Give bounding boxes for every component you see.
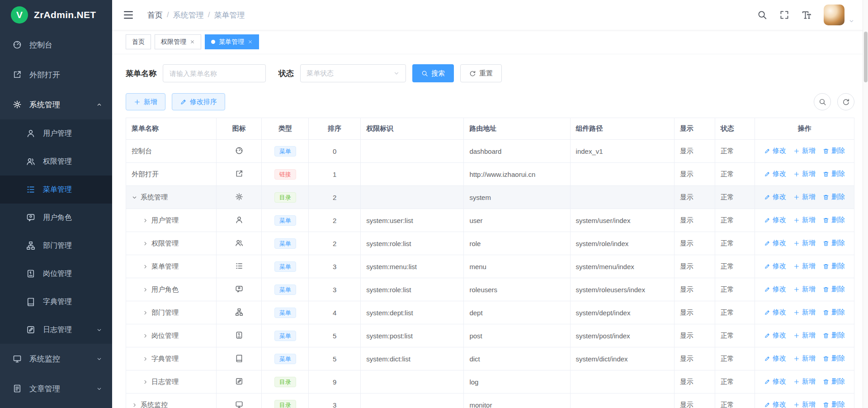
toggle-search-button[interactable] bbox=[814, 93, 831, 110]
add-button[interactable]: 新增 bbox=[793, 216, 816, 224]
add-button[interactable]: 新增 bbox=[793, 285, 816, 294]
sidebar-item-external-open[interactable]: 外部打开 bbox=[0, 60, 112, 90]
edit-button[interactable]: 修改 bbox=[764, 377, 786, 386]
edit-button[interactable]: 修改 bbox=[764, 193, 786, 201]
fullscreen-icon[interactable] bbox=[779, 10, 789, 20]
status-select[interactable]: 菜单状态 bbox=[300, 64, 406, 82]
cell-perm: system:dict:list bbox=[361, 347, 464, 370]
add-button[interactable]: 新增 bbox=[793, 354, 816, 363]
action-label: 新增 bbox=[802, 239, 816, 247]
sidebar-item-monitor[interactable]: 系统监控 bbox=[0, 344, 112, 374]
add-button[interactable]: 新增 bbox=[793, 331, 816, 340]
sidebar-item-article[interactable]: 文章管理 bbox=[0, 374, 112, 403]
add-button[interactable]: 新增 bbox=[793, 262, 816, 270]
menu-name-input[interactable] bbox=[163, 64, 266, 82]
delete-button[interactable]: 删除 bbox=[823, 331, 845, 340]
action-label: 新增 bbox=[802, 377, 816, 386]
add-button[interactable]: 新增 bbox=[793, 308, 816, 317]
chevron-right-icon[interactable] bbox=[142, 287, 148, 293]
delete-button[interactable]: 删除 bbox=[823, 147, 845, 155]
gear-icon bbox=[13, 100, 22, 109]
add-button[interactable]: 新增 bbox=[793, 193, 816, 201]
tab-home[interactable]: 首页 bbox=[126, 34, 151, 49]
sidebar-item-depts[interactable]: 部门管理 bbox=[0, 232, 112, 260]
add-button[interactable]: 新增 bbox=[793, 400, 816, 408]
delete-button[interactable]: 删除 bbox=[823, 216, 845, 224]
tab-roles[interactable]: 权限管理 bbox=[155, 34, 201, 49]
chevron-right-icon[interactable] bbox=[142, 218, 148, 223]
add-button[interactable]: 新增 bbox=[793, 147, 816, 155]
delete-button[interactable]: 删除 bbox=[823, 193, 845, 201]
cell-perm: system:role:list bbox=[361, 232, 464, 255]
post-icon bbox=[235, 331, 243, 339]
action-label: 修改 bbox=[773, 354, 786, 363]
edit-button[interactable]: 修改 bbox=[764, 354, 786, 363]
logo-icon: V bbox=[11, 6, 28, 24]
edit-sort-button[interactable]: 修改排序 bbox=[172, 93, 225, 110]
edit-button[interactable]: 修改 bbox=[764, 331, 786, 340]
search-icon[interactable] bbox=[757, 10, 767, 20]
menu-fold-icon[interactable] bbox=[123, 9, 134, 20]
sidebar-item-menus[interactable]: 菜单管理 bbox=[0, 176, 112, 204]
font-size-icon[interactable] bbox=[802, 10, 811, 20]
close-tab-icon[interactable] bbox=[190, 39, 195, 44]
delete-button[interactable]: 删除 bbox=[823, 377, 845, 386]
edit-button[interactable]: 修改 bbox=[764, 170, 786, 178]
chevron-right-icon[interactable] bbox=[142, 264, 148, 270]
edit-button[interactable]: 修改 bbox=[764, 285, 786, 294]
chevron-right-icon[interactable] bbox=[142, 310, 148, 316]
avatar[interactable] bbox=[824, 5, 844, 25]
cell-visible: 显示 bbox=[674, 278, 715, 301]
delete-button[interactable]: 删除 bbox=[823, 239, 845, 247]
sidebar-item-users[interactable]: 用户管理 bbox=[0, 119, 112, 147]
edit-icon bbox=[764, 171, 770, 177]
chevron-right-icon[interactable] bbox=[142, 379, 148, 385]
cell-order: 4 bbox=[309, 301, 361, 324]
add-button[interactable]: 新增 bbox=[793, 239, 816, 247]
breadcrumb-item[interactable]: 首页 bbox=[147, 10, 163, 20]
edit-button[interactable]: 修改 bbox=[764, 216, 786, 224]
edit-button[interactable]: 修改 bbox=[764, 308, 786, 317]
edit-button[interactable]: 修改 bbox=[764, 239, 786, 247]
edit-button[interactable]: 修改 bbox=[764, 147, 786, 155]
search-button[interactable]: 搜索 bbox=[412, 64, 454, 82]
refresh-table-button[interactable] bbox=[837, 93, 854, 110]
add-menu-button[interactable]: 新增 bbox=[126, 93, 165, 110]
chevron-right-icon[interactable] bbox=[142, 241, 148, 247]
page-scrollbar[interactable] bbox=[863, 0, 868, 408]
avatar-dropdown-caret-icon[interactable] bbox=[849, 18, 854, 24]
reset-button[interactable]: 重置 bbox=[460, 64, 502, 82]
chevron-right-icon[interactable] bbox=[142, 356, 148, 362]
breadcrumb-item[interactable]: 系统管理 bbox=[173, 10, 204, 20]
tab-menus[interactable]: 菜单管理 bbox=[205, 34, 259, 49]
sidebar-item-dashboard[interactable]: 控制台 bbox=[0, 30, 112, 60]
delete-button[interactable]: 删除 bbox=[823, 170, 845, 178]
chevron-down-icon[interactable] bbox=[132, 195, 137, 200]
table-row: 用户角色菜单3system:role:listroleuserssystem/r… bbox=[126, 278, 854, 301]
add-button[interactable]: 新增 bbox=[793, 377, 816, 386]
delete-button[interactable]: 删除 bbox=[823, 354, 845, 363]
close-tab-icon[interactable] bbox=[248, 39, 253, 44]
edit-button[interactable]: 修改 bbox=[764, 400, 786, 408]
sidebar-item-user-roles[interactable]: 用户角色 bbox=[0, 204, 112, 232]
edit-button[interactable]: 修改 bbox=[764, 262, 786, 270]
delete-button[interactable]: 删除 bbox=[823, 308, 845, 317]
sidebar-item-posts[interactable]: 岗位管理 bbox=[0, 260, 112, 288]
scrollbar-thumb[interactable] bbox=[864, 32, 868, 82]
chevron-right-icon[interactable] bbox=[142, 333, 148, 339]
sidebar-item-dicts[interactable]: 字典管理 bbox=[0, 288, 112, 316]
sidebar-item-label: 权限管理 bbox=[43, 157, 102, 166]
delete-button[interactable]: 删除 bbox=[823, 400, 845, 408]
cell-icon bbox=[217, 232, 262, 255]
cell-route: dept bbox=[464, 301, 570, 324]
add-button[interactable]: 新增 bbox=[793, 170, 816, 178]
delete-button[interactable]: 删除 bbox=[823, 285, 845, 294]
chevron-down-icon bbox=[96, 386, 102, 392]
sidebar-item-system[interactable]: 系统管理 bbox=[0, 90, 112, 119]
delete-button[interactable]: 删除 bbox=[823, 262, 845, 270]
chevron-right-icon[interactable] bbox=[132, 402, 137, 408]
sidebar-item-roles[interactable]: 权限管理 bbox=[0, 147, 112, 176]
cell-perm: system:user:list bbox=[361, 209, 464, 232]
trash-icon bbox=[823, 309, 829, 316]
sidebar-item-logs[interactable]: 日志管理 bbox=[0, 316, 112, 344]
